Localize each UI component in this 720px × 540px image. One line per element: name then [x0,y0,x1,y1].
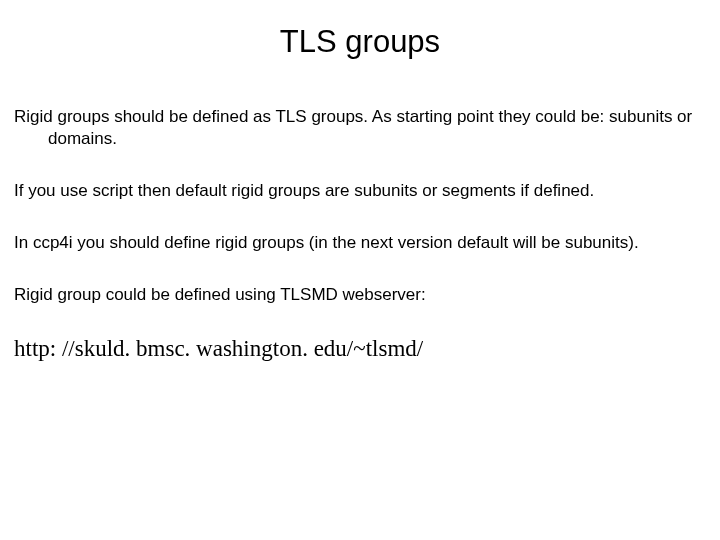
slide-title: TLS groups [14,24,706,60]
paragraph-4: Rigid group could be defined using TLSMD… [14,284,706,306]
paragraph-3: In ccp4i you should define rigid groups … [14,232,706,254]
tlsmd-url: http: //skuld. bmsc. washington. edu/~tl… [14,336,706,362]
paragraph-1: Rigid groups should be defined as TLS gr… [14,106,706,150]
paragraph-2: If you use script then default rigid gro… [14,180,706,202]
